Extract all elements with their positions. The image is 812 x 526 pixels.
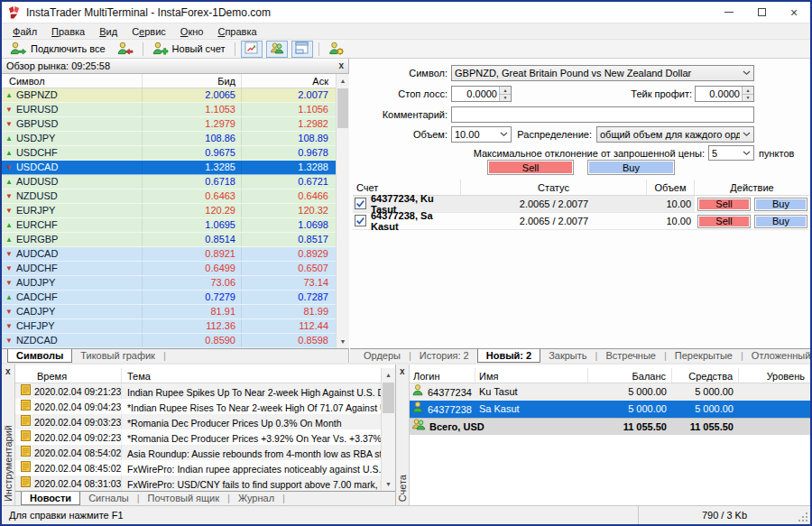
market-row-GBPNZD[interactable]: ▲GBPNZD2.00652.0077: [2, 88, 336, 103]
settings-button[interactable]: [324, 41, 348, 58]
tab-Отложенный: 2[interactable]: Отложенный: 2: [743, 349, 810, 363]
market-row-EURUSD[interactable]: ▼EURUSD1.10531.1056: [2, 103, 336, 117]
column-status[interactable]: Статус: [461, 180, 647, 195]
tab-Перекрытые[interactable]: Перекрытые: [667, 349, 741, 363]
tab-Новый: 2[interactable]: Новый: 2: [477, 348, 540, 363]
checkbox-checked-icon[interactable]: [355, 198, 366, 211]
maximize-button[interactable]: [745, 2, 778, 23]
tab-Тиковый график[interactable]: Тиковый график: [72, 349, 163, 363]
column-bid[interactable]: Бид: [143, 74, 242, 88]
market-row-AUDJPY[interactable]: ▼AUDJPY73.0673.14: [2, 276, 336, 291]
tab-Ордеры[interactable]: Ордеры: [355, 349, 409, 363]
tab-Сигналы[interactable]: Сигналы: [80, 492, 137, 505]
market-watch-toggle-button[interactable]: [241, 41, 263, 58]
minimize-button[interactable]: [713, 2, 745, 23]
scrollbar-thumb[interactable]: [337, 88, 348, 128]
tab-Журнал[interactable]: Журнал: [230, 492, 282, 505]
row-sell-button[interactable]: Sell: [697, 215, 751, 228]
market-row-AUDCHF[interactable]: ▼AUDCHF0.64990.6507: [2, 262, 336, 276]
menu-item-Вид[interactable]: Вид: [92, 25, 125, 38]
menu-item-Справка[interactable]: Справка: [210, 25, 263, 38]
deviation-select[interactable]: 5: [708, 145, 754, 161]
news-row[interactable]: 2020.02.04 08:54:02Asia Roundup: Aussie …: [15, 445, 381, 460]
column-balance[interactable]: Баланс: [588, 368, 672, 383]
market-row-AUDUSD[interactable]: ▲AUDUSD0.67180.6721: [2, 175, 336, 189]
accounts-vertical-tab[interactable]: Счета: [397, 475, 408, 502]
resize-grip-icon[interactable]: [806, 520, 807, 521]
column-time[interactable]: Время: [15, 368, 122, 383]
menu-item-Сервис[interactable]: Сервис: [125, 25, 173, 38]
close-panel-icon[interactable]: x: [338, 61, 344, 70]
column-symbol[interactable]: Символ: [2, 74, 143, 88]
news-row[interactable]: 2020.02.04 09:02:23*Romania Dec Producer…: [15, 429, 381, 445]
spin-up-icon[interactable]: ▲: [500, 87, 511, 94]
tab-История: 2[interactable]: История: 2: [411, 349, 477, 363]
menu-item-Файл[interactable]: Файл: [5, 25, 44, 38]
close-button[interactable]: ×: [778, 2, 810, 23]
scroll-up-icon[interactable]: ▲: [382, 368, 395, 382]
spin-down-icon[interactable]: ▼: [743, 94, 753, 102]
stop-loss-input[interactable]: 0.0000 ▲▼: [451, 86, 512, 102]
row-buy-button[interactable]: Buy: [754, 198, 807, 211]
news-row[interactable]: 2020.02.04 09:21:23Indian Rupee Spikes U…: [15, 383, 381, 399]
disconnect-all-button[interactable]: [112, 41, 138, 58]
market-row-NZDUSD[interactable]: ▼NZDUSD0.64630.6466: [2, 189, 336, 204]
market-row-CADCHF[interactable]: ▲CADCHF0.72790.7287: [2, 291, 336, 305]
column-topic[interactable]: Тема: [122, 368, 381, 383]
market-row-NZDCAD[interactable]: ▼NZDCAD0.85900.8598: [2, 334, 336, 348]
row-buy-button[interactable]: Buy: [754, 215, 807, 228]
tab-Закрыть[interactable]: Закрыть: [540, 349, 595, 363]
symbol-select[interactable]: GBPNZD, Great Britain Pound vs New Zeala…: [451, 65, 754, 81]
news-scrollbar[interactable]: ▲ ▼: [381, 368, 395, 491]
sell-button[interactable]: Sell: [487, 160, 574, 175]
column-volume[interactable]: Объем: [647, 180, 695, 195]
scroll-down-icon[interactable]: ▼: [382, 477, 395, 491]
news-row[interactable]: 2020.02.04 08:31:03FxWirePro: USD/CNY fa…: [15, 475, 381, 491]
menu-item-Правка[interactable]: Правка: [44, 25, 92, 38]
market-row-CADJPY[interactable]: ▼CADJPY81.9181.99: [2, 305, 336, 319]
toolbox-toggle-button[interactable]: [291, 41, 313, 58]
scroll-up-icon[interactable]: ▲: [337, 74, 349, 88]
market-row-USDCHF[interactable]: ▲USDCHF0.96750.9678: [2, 146, 336, 161]
market-row-EURJPY[interactable]: ▼EURJPY120.29120.32: [2, 204, 336, 218]
order-account-row[interactable]: 64377238, Sa Kasut2.0065 / 2.007710.00Se…: [353, 213, 809, 230]
market-row-AUDCAD[interactable]: ▼AUDCAD0.89210.8929: [2, 247, 336, 262]
scroll-down-icon[interactable]: ▼: [337, 335, 349, 348]
spin-down-icon[interactable]: ▼: [500, 94, 511, 102]
tab-Встречные[interactable]: Встречные: [597, 349, 664, 363]
distribution-select[interactable]: общий объем для каждого ордера: [596, 126, 754, 143]
tab-Почтовый ящик[interactable]: Почтовый ящик: [140, 492, 227, 505]
news-row[interactable]: 2020.02.04 09:03:23*Romania Dec Producer…: [15, 414, 381, 429]
market-row-CHFJPY[interactable]: ▼CHFJPY112.36112.44: [2, 319, 336, 334]
scrollbar-thumb[interactable]: [383, 383, 394, 413]
close-panel-icon[interactable]: x: [5, 367, 11, 376]
market-row-GBPUSD[interactable]: ▼GBPUSD1.29791.2982: [2, 117, 336, 132]
accounts-toggle-button[interactable]: [266, 41, 288, 58]
column-name[interactable]: Имя: [475, 368, 588, 383]
column-level[interactable]: Уровень: [739, 368, 810, 383]
column-login[interactable]: Логин: [410, 368, 475, 383]
market-watch-scrollbar[interactable]: ▲ ▼: [336, 74, 349, 348]
tab-Новости[interactable]: Новости: [21, 491, 80, 505]
close-panel-icon[interactable]: x: [400, 367, 405, 376]
new-account-button[interactable]: Новый счет: [148, 41, 230, 58]
spin-up-icon[interactable]: ▲: [743, 87, 753, 94]
comment-input[interactable]: [451, 106, 754, 123]
account-row-64377238[interactable]: 64377238Sa Kasut5 000.005 000.00: [410, 401, 810, 418]
buy-button[interactable]: Buy: [587, 160, 675, 175]
column-ask[interactable]: Аск: [242, 74, 336, 88]
checkbox-checked-icon[interactable]: [355, 215, 366, 228]
account-row-64377234[interactable]: 64377234Ku Tasut5 000.005 000.00: [410, 383, 810, 401]
market-row-USDJPY[interactable]: ▲USDJPY108.86108.89: [2, 132, 336, 146]
news-row[interactable]: 2020.02.04 08:45:02FxWirePro: Indian rup…: [15, 460, 381, 475]
tab-Символы[interactable]: Символы: [7, 348, 72, 363]
connect-all-button[interactable]: Подключить все: [5, 41, 110, 58]
menu-item-Окно[interactable]: Окно: [173, 25, 211, 38]
terminal-vertical-tab[interactable]: Инструментарий: [3, 425, 14, 502]
market-row-EURCHF[interactable]: ▲EURCHF1.06951.0698: [2, 218, 336, 233]
market-row-EURGBP[interactable]: ▲EURGBP0.85140.8517: [2, 233, 336, 247]
market-row-USDCAD[interactable]: ▼USDCAD1.32851.3288: [2, 161, 336, 175]
take-profit-input[interactable]: 0.0000 ▲▼: [695, 86, 754, 102]
news-row[interactable]: 2020.02.04 09:04:23*Indian Rupee Rises T…: [15, 399, 381, 414]
row-sell-button[interactable]: Sell: [697, 198, 751, 211]
